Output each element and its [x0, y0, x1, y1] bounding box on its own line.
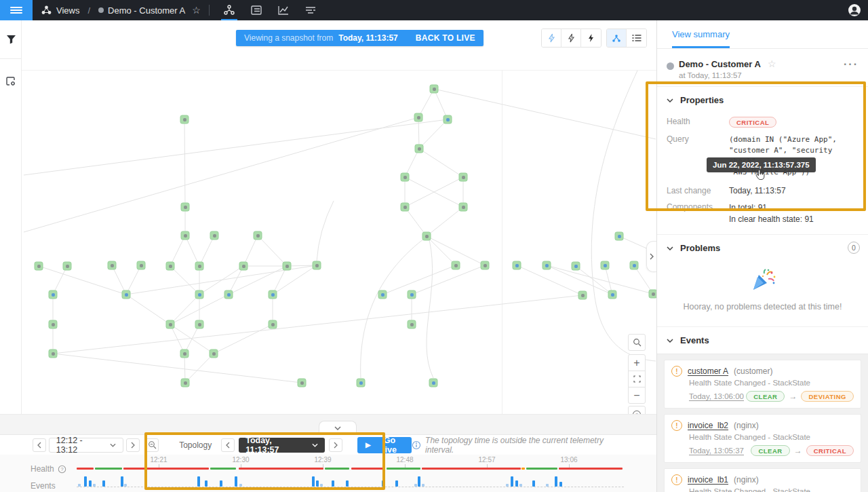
panel-expand-handle[interactable] — [646, 241, 656, 272]
component-node[interactable] — [601, 261, 610, 270]
component-node[interactable] — [313, 261, 321, 270]
filters-button[interactable] — [0, 26, 22, 53]
timeline-panel[interactable]: 12:2112:3012:3912:4812:5713:06 Health ? … — [0, 455, 656, 492]
component-node[interactable] — [195, 262, 204, 271]
component-node[interactable] — [414, 113, 423, 122]
component-node[interactable] — [195, 320, 204, 329]
bolt-outline-blue-button[interactable] — [542, 29, 561, 47]
component-node[interactable] — [429, 379, 438, 387]
bolt-filled-button[interactable] — [581, 29, 601, 47]
component-node[interactable] — [630, 261, 639, 270]
event-card[interactable]: ! invoice_lb2 (nginx) Health State Chang… — [664, 414, 861, 463]
component-node[interactable] — [166, 320, 175, 329]
tab-metrics[interactable] — [273, 0, 294, 20]
component-node[interactable] — [415, 145, 424, 153]
component-node[interactable] — [578, 291, 587, 300]
graph-view-button[interactable] — [607, 29, 627, 47]
help-button[interactable]: ? — [628, 406, 646, 414]
component-node[interactable] — [608, 290, 617, 299]
event-component-link[interactable]: invoice_lb1 — [688, 475, 728, 485]
component-node[interactable] — [180, 349, 189, 358]
time-range-dropdown[interactable]: 12:12 - 13:12 — [49, 438, 123, 453]
component-node[interactable] — [210, 349, 218, 358]
component-node[interactable] — [224, 290, 233, 299]
search-components-button[interactable] — [628, 334, 646, 351]
component-node[interactable] — [542, 261, 551, 270]
component-node[interactable] — [422, 232, 431, 241]
component-node[interactable] — [49, 349, 58, 358]
breadcrumb-view-name[interactable]: Demo - Customer A — [108, 5, 185, 16]
zoom-in-button[interactable]: + — [628, 354, 646, 371]
component-node[interactable] — [401, 173, 410, 182]
component-node[interactable] — [269, 320, 277, 329]
component-node[interactable] — [180, 115, 189, 124]
topology-time-prev-button[interactable] — [221, 438, 235, 452]
last-change-value[interactable]: Today, 11:13:57 — [729, 186, 786, 195]
event-time-link[interactable]: Today, 13:05:37 — [689, 447, 744, 455]
component-node[interactable] — [513, 261, 521, 270]
topology-time-next-button[interactable] — [329, 438, 342, 452]
component-node[interactable] — [49, 290, 58, 299]
component-node[interactable] — [615, 232, 624, 241]
tab-topology[interactable] — [219, 0, 239, 20]
back-to-live-button[interactable]: BACK TO LIVE — [416, 33, 475, 43]
event-component-link[interactable]: customer A — [688, 366, 728, 376]
app-logo[interactable]: Views — [41, 5, 79, 16]
component-node[interactable] — [283, 262, 292, 271]
component-node[interactable] — [181, 231, 190, 240]
tab-traces[interactable] — [300, 0, 321, 20]
component-node[interactable] — [166, 262, 175, 271]
component-node[interactable] — [481, 261, 490, 270]
events-section-header[interactable]: Events — [657, 326, 868, 354]
component-node[interactable] — [35, 262, 43, 271]
component-node[interactable] — [459, 173, 468, 182]
component-node[interactable] — [137, 261, 146, 270]
breadcrumb-views[interactable]: Views — [56, 5, 79, 16]
event-card[interactable]: ! invoice_lb1 (nginx) Health State Chang… — [664, 468, 861, 492]
event-component-link[interactable]: invoice_lb2 — [688, 421, 728, 430]
go-live-button[interactable]: ▶ Go live — [357, 437, 412, 453]
component-node[interactable] — [254, 231, 262, 240]
component-node[interactable] — [408, 320, 416, 329]
range-prev-button[interactable] — [33, 438, 46, 452]
range-next-button[interactable] — [126, 438, 140, 452]
component-node[interactable] — [443, 115, 452, 124]
hamburger-menu-button[interactable] — [0, 0, 33, 20]
event-card[interactable]: ! customer A (customer) Health State Cha… — [664, 360, 861, 409]
component-node[interactable] — [401, 203, 410, 212]
component-node[interactable] — [49, 320, 58, 329]
topology-time-dropdown[interactable]: Today, 11:13:57 — [239, 438, 325, 453]
view-menu-button[interactable]: ··· — [844, 58, 859, 71]
component-node[interactable] — [378, 290, 387, 299]
bolt-outline-dark-button[interactable] — [561, 29, 581, 47]
component-node[interactable] — [430, 85, 439, 94]
view-settings-button[interactable] — [0, 67, 22, 94]
component-node[interactable] — [63, 262, 72, 271]
component-node[interactable] — [181, 203, 190, 212]
component-node[interactable] — [649, 290, 657, 299]
component-node[interactable] — [357, 379, 366, 387]
component-node[interactable] — [122, 290, 131, 299]
tab-components[interactable] — [246, 0, 267, 20]
component-node[interactable] — [459, 203, 468, 212]
account-avatar[interactable] — [846, 2, 863, 18]
component-node[interactable] — [239, 262, 248, 271]
component-node[interactable] — [269, 290, 277, 299]
event-time-link[interactable]: Today, 13:06:00 — [689, 392, 744, 400]
component-node[interactable] — [108, 261, 117, 270]
component-node[interactable] — [572, 262, 580, 271]
problems-section-header[interactable]: Problems 0 — [657, 234, 868, 261]
zoom-out-range-button[interactable] — [145, 438, 159, 452]
component-node[interactable] — [298, 379, 307, 387]
timeline-collapse-button[interactable] — [319, 421, 357, 435]
component-node[interactable] — [210, 231, 219, 240]
component-node[interactable] — [452, 261, 460, 270]
fit-to-screen-button[interactable] — [628, 371, 646, 387]
favorite-star-icon[interactable]: ☆ — [192, 5, 201, 16]
topology-canvas[interactable]: Viewing a snapshot from Today, 11:13:57 … — [22, 20, 656, 414]
tab-view-summary[interactable]: View summary — [672, 29, 730, 48]
component-node[interactable] — [181, 379, 190, 387]
health-help-icon[interactable]: ? — [58, 465, 66, 474]
component-node[interactable] — [195, 290, 204, 299]
favorite-star-icon[interactable]: ☆ — [768, 58, 776, 69]
